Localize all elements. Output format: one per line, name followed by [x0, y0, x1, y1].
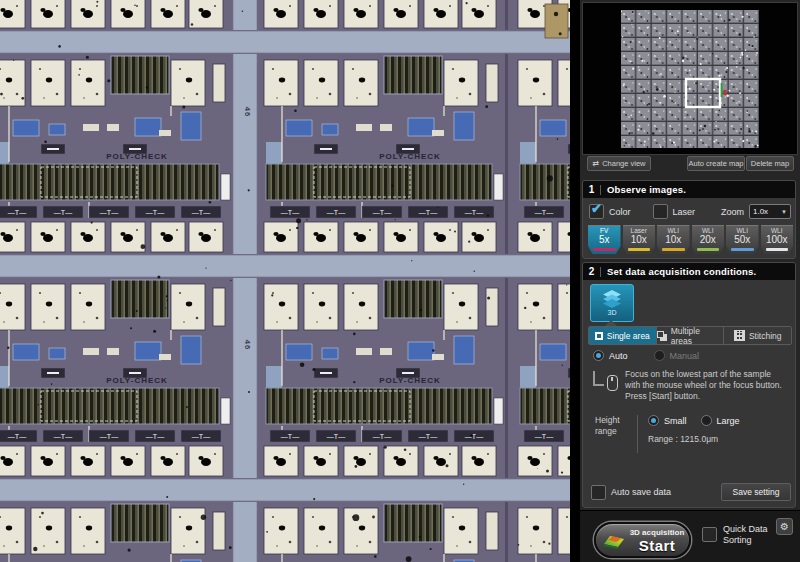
scribe-lane — [0, 30, 570, 54]
height-range-block: Height range Small Large Range : 1215.0μ… — [595, 415, 791, 453]
quick-data-sorting-checkbox[interactable] — [702, 527, 717, 542]
map-button-row: ⇄ Change view Auto create map Delete map — [580, 156, 798, 170]
auto-manual-row: Auto Manual — [593, 350, 699, 361]
auto-create-map-button[interactable]: Auto create map — [687, 156, 745, 171]
auto-save-checkbox[interactable] — [591, 485, 606, 500]
height-small-label: Small — [664, 416, 687, 426]
focus-instruction-text: Focus on the lowest part of the sample w… — [625, 369, 787, 402]
objective-wli-20x[interactable]: WLI20x — [692, 225, 725, 254]
height-small-radio[interactable] — [648, 415, 659, 426]
objective-color-bar — [697, 248, 720, 251]
start-3d-acquisition-button[interactable]: 3D acquisition Start — [594, 522, 691, 558]
header-divider — [600, 185, 601, 195]
delete-map-button[interactable]: Delete map — [746, 156, 794, 171]
navigation-map-area — [582, 2, 798, 155]
mode-3d-label: 3D — [608, 309, 617, 316]
change-view-icon: ⇄ — [592, 159, 599, 168]
tab-multiple-areas[interactable]: Multiple areas — [657, 327, 725, 344]
mode-3d-button[interactable]: 3D — [590, 284, 634, 322]
objective-mag-label: 20x — [700, 235, 716, 245]
objective-button-row: FV5xLaser10xWLI10xWLI20xWLI50xWLI100x — [588, 225, 793, 254]
height-large-radio[interactable] — [701, 415, 712, 426]
objective-wli-100x[interactable]: WLI100x — [761, 225, 794, 254]
tab-label: Multiple areas — [671, 326, 724, 345]
change-view-label: Change view — [602, 159, 645, 168]
zoom-value: 1.0x — [753, 207, 768, 216]
objective-color-bar — [662, 248, 685, 251]
connector-line — [593, 371, 604, 386]
auto-create-map-label: Auto create map — [688, 159, 743, 168]
objective-wli-10x[interactable]: WLI10x — [657, 225, 690, 254]
objective-color-bar — [766, 248, 789, 251]
auto-save-label: Auto save data — [611, 487, 671, 497]
tab-label: Single area — [607, 331, 650, 341]
zoom-label: Zoom — [721, 207, 744, 217]
mouse-icon — [607, 375, 618, 391]
micrograph-view[interactable]: POLY-CHECK—T——T——T——T——T—4646 — [0, 0, 570, 562]
objective-fv-5x[interactable]: FV5x — [588, 225, 621, 254]
auto-radio[interactable] — [593, 350, 604, 361]
zoom-select[interactable]: 1.0x ▼ — [749, 204, 791, 219]
layers-3d-icon — [601, 290, 623, 308]
surface-3d-icon — [601, 530, 626, 550]
start-button-label: Start — [639, 538, 676, 553]
save-setting-label: Save setting — [733, 487, 780, 497]
focus-instruction: Focus on the lowest part of the sample w… — [625, 369, 787, 391]
bottom-action-bar: 3D acquisition Start Quick Data Sorting … — [580, 510, 800, 562]
objective-laser-10x[interactable]: Laser10x — [623, 225, 656, 254]
observe-section-header: 1 Observe images. — [583, 181, 795, 198]
navigation-map[interactable] — [621, 10, 759, 148]
start-button-subtitle: 3D acquisition — [630, 528, 685, 538]
objective-color-bar — [593, 248, 616, 251]
manual-label: Manual — [670, 351, 700, 361]
save-setting-button[interactable]: Save setting — [721, 483, 791, 501]
height-range-label: Height range — [595, 415, 635, 453]
lane-label: 46 — [243, 107, 252, 117]
step-number: 2 — [583, 266, 600, 277]
acquisition-section-header: 2 Set data acquisition conditions. — [583, 263, 795, 280]
stitching-grid-icon — [734, 330, 745, 341]
control-panel: ⇄ Change view Auto create map Delete map… — [580, 0, 800, 562]
step-number: 1 — [583, 184, 600, 195]
laser-checkbox[interactable] — [653, 204, 668, 219]
objective-wli-50x[interactable]: WLI50x — [726, 225, 759, 254]
acquisition-section: 2 Set data acquisition conditions. 3D Si… — [582, 262, 796, 508]
gear-icon: ⚙ — [780, 522, 789, 532]
tab-stitching[interactable]: Stitching — [724, 327, 791, 344]
scribe-lane — [0, 254, 570, 278]
range-value: Range : 1215.0μm — [648, 434, 754, 444]
color-checkbox[interactable]: ✔ — [589, 204, 604, 219]
observe-section-title: Observe images. — [607, 184, 686, 195]
vertical-divider — [637, 415, 638, 453]
zoom-group: Zoom 1.0x ▼ — [721, 204, 791, 219]
observe-images-section: 1 Observe images. ✔ Color Laser Zoom 1.0… — [582, 180, 796, 259]
laser-label: Laser — [673, 207, 696, 217]
area-tab-row: Single areaMultiple areasStitching — [588, 326, 792, 345]
color-label: Color — [609, 207, 631, 217]
multiple-areas-icon — [657, 331, 664, 338]
map-marker-red — [724, 90, 727, 95]
objective-mag-label: 10x — [665, 235, 681, 245]
lane-label: 46 — [243, 340, 252, 350]
delete-map-label: Delete map — [751, 159, 789, 168]
scribe-lane — [0, 478, 570, 502]
header-divider — [600, 267, 601, 277]
objective-color-bar — [731, 248, 754, 251]
acquisition-section-title: Set data acquisition conditions. — [607, 266, 756, 277]
manual-radio[interactable] — [654, 350, 665, 361]
objective-mag-label: 5x — [599, 235, 610, 245]
check-icon: ✔ — [591, 201, 602, 216]
auto-label: Auto — [609, 351, 628, 361]
objective-color-bar — [628, 248, 651, 251]
scribe-lane — [232, 0, 258, 562]
objective-mag-label: 10x — [631, 235, 647, 245]
focus-instruction-block: Focus on the lowest part of the sample w… — [593, 369, 789, 402]
settings-gear-button[interactable]: ⚙ — [776, 518, 793, 535]
tab-label: Stitching — [749, 331, 782, 341]
tab-single-area[interactable]: Single area — [589, 327, 657, 344]
observe-options-row: ✔ Color Laser Zoom 1.0x ▼ — [589, 203, 791, 220]
press-instruction: Press [Start] button. — [625, 391, 787, 402]
single-area-icon — [595, 332, 603, 340]
change-view-button[interactable]: ⇄ Change view — [587, 156, 651, 171]
height-large-label: Large — [717, 416, 740, 426]
